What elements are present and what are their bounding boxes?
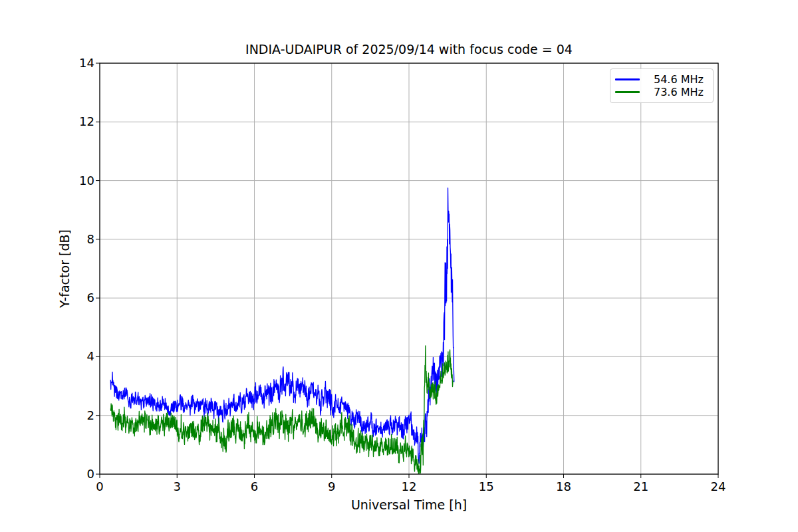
y-tick-label: 12 bbox=[0, 114, 94, 129]
y-tick-label: 4 bbox=[0, 349, 94, 364]
series-line-73-6-mhz bbox=[110, 346, 453, 473]
x-tick-label: 0 bbox=[80, 479, 120, 493]
chart-title: INDIA-UDAIPUR of 2025/09/14 with focus c… bbox=[100, 42, 718, 57]
x-tick-label: 12 bbox=[389, 479, 429, 493]
x-tick-label: 15 bbox=[466, 479, 506, 493]
legend-entry: 54.6 MHz bbox=[615, 73, 708, 86]
legend-line-sample-54-6mhz bbox=[615, 78, 640, 80]
x-tick-label: 9 bbox=[312, 479, 352, 493]
y-tick-label: 14 bbox=[0, 56, 94, 70]
legend-label-54-6mhz: 54.6 MHz bbox=[654, 73, 704, 86]
legend-line-sample-73-6mhz bbox=[615, 91, 640, 93]
x-tick-label: 3 bbox=[157, 479, 197, 493]
y-tick-label: 2 bbox=[0, 408, 94, 423]
legend: 54.6 MHz 73.6 MHz bbox=[610, 68, 714, 103]
legend-label-73-6mhz: 73.6 MHz bbox=[654, 86, 704, 98]
x-tick-label: 6 bbox=[235, 479, 275, 493]
figure: INDIA-UDAIPUR of 2025/09/14 with focus c… bbox=[0, 0, 798, 532]
x-tick-label: 18 bbox=[544, 479, 584, 493]
x-tick-label: 24 bbox=[698, 479, 738, 493]
y-tick-label: 0 bbox=[0, 467, 94, 481]
y-tick-label: 10 bbox=[0, 174, 94, 188]
y-tick-label: 6 bbox=[0, 291, 94, 305]
legend-entry: 73.6 MHz bbox=[615, 86, 708, 98]
x-axis-label: Universal Time [h] bbox=[100, 497, 718, 512]
y-tick-label: 8 bbox=[0, 232, 94, 247]
x-tick-label: 21 bbox=[621, 479, 661, 493]
